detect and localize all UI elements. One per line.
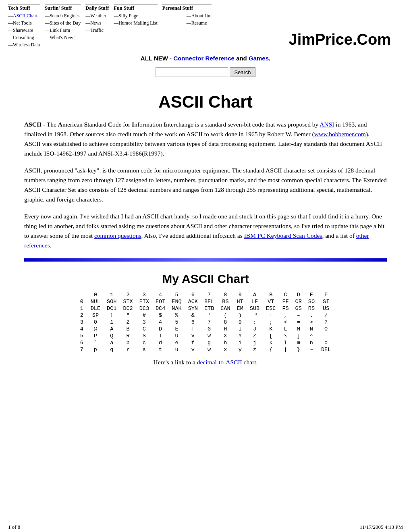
table-cell: Y [234, 332, 247, 339]
nav-item-whatsnew: What's New! [45, 34, 81, 41]
table-cell: ] [292, 332, 305, 339]
col-header: 3 [136, 291, 152, 298]
table-cell: VT [263, 298, 279, 305]
table-cell: CR [292, 298, 305, 305]
nav-item-linkfarm: Link Farm [45, 27, 81, 34]
search-section: Search [0, 64, 411, 81]
table-cell: ` [87, 339, 104, 346]
announcement-bar: ALL NEW - Connector Reference and Games. [0, 51, 411, 64]
table-cell: % [168, 312, 185, 319]
table-cell: E [168, 326, 185, 332]
table-cell: l [279, 339, 292, 346]
table-cell: : [247, 319, 263, 326]
col-header: D [292, 291, 305, 298]
table-cell: . [305, 312, 318, 319]
footer-date-info: 11/17/2005 4:13 PM [360, 524, 403, 530]
table-cell: # [136, 312, 152, 319]
table-cell: Q [104, 332, 120, 339]
table-row: 6`abcdefghijklmno [77, 339, 334, 346]
table-cell: NAK [168, 305, 185, 312]
table-cell: 4 [152, 319, 168, 326]
table-cell: o [318, 339, 334, 346]
nav-item-news: News [85, 19, 109, 27]
table-cell: h [217, 339, 233, 346]
table-cell: 7 [201, 319, 217, 326]
table-cell: @ [87, 326, 104, 332]
table-cell: H [217, 326, 233, 332]
row-header: 1 [77, 305, 87, 312]
table-cell: – [292, 312, 305, 319]
table-cell: ( [217, 312, 233, 319]
table-row: 4@ABCDEFGHIJKLMNO [77, 326, 334, 332]
table-cell: ; [263, 319, 279, 326]
table-row: 30123456789:;<=>? [77, 319, 334, 326]
table-cell: ~ [305, 346, 318, 353]
connector-reference-link[interactable]: Connector Reference [173, 55, 235, 62]
games-link[interactable]: Games [249, 55, 269, 62]
col-header: F [318, 291, 334, 298]
table-cell: EOT [152, 298, 168, 305]
table-row: 0NULSOHSTXETXEOTENQACKBELBSHTLFVTFFCRSOS… [77, 298, 334, 305]
nav-item-traffic: Traffic [85, 27, 109, 34]
table-row: 5PQRSTUVWXYZ[\]^_ [77, 332, 334, 339]
table-cell: C [136, 326, 152, 332]
announcement-text-before: ALL NEW - [141, 55, 173, 62]
nav-header-surfin: Surfin' Stuff [45, 4, 81, 12]
table-cell: c [136, 339, 152, 346]
table-cell: b [120, 339, 136, 346]
ibm-keyboard-link[interactable]: IBM PC Keyboard Scan Codes [244, 232, 322, 239]
nav-item-shareware: Shareware [8, 27, 40, 34]
decimal-ascii-link[interactable]: decimal-to-ASCII [197, 359, 242, 366]
nav-columns: Tech Stuff ASCII Chart Net Tools Sharewa… [8, 4, 212, 48]
table-cell: T [152, 332, 168, 339]
col-header: 8 [217, 291, 233, 298]
nav-col-surfin: Surfin' Stuff Search Engines Sites of th… [45, 4, 81, 48]
table-cell: a [104, 339, 120, 346]
table-cell: 5 [168, 319, 185, 326]
table-cell: SP [87, 312, 104, 319]
table-cell: x [217, 346, 233, 353]
col-header: C [279, 291, 292, 298]
search-button[interactable]: Search [230, 67, 255, 77]
table-cell: s [136, 346, 152, 353]
table-cell: $ [152, 312, 168, 319]
table-cell: 9 [234, 319, 247, 326]
table-cell: ^ [305, 332, 318, 339]
table-cell: r [120, 346, 136, 353]
nav-item-aboutjim: About Jim [187, 12, 212, 19]
table-cell: | [279, 346, 292, 353]
table-cell: u [168, 346, 185, 353]
table-cell: X [217, 332, 233, 339]
nav-item-sites: Sites of the Day [45, 19, 81, 27]
page-title: ASCII Chart [0, 80, 411, 120]
col-header: 2 [120, 291, 136, 298]
table-cell: i [234, 339, 247, 346]
table-cell: I [234, 326, 247, 332]
intro-para3-mid: . Also, I've added additional info,such … [141, 232, 244, 239]
table-cell: } [292, 346, 305, 353]
table-cell: g [201, 339, 217, 346]
table-row: 2SP!"#$%&'() *+,–./ [77, 312, 334, 319]
ansi-link[interactable]: ANSI [320, 121, 334, 128]
table-cell: US [318, 305, 334, 312]
decimal-link-after: chart. [242, 359, 258, 366]
table-cell: > [305, 319, 318, 326]
nav-item-ascii[interactable]: ASCII Chart [8, 12, 40, 19]
bobbemer-link[interactable]: www.bobbemer.com [314, 131, 366, 137]
table-cell: G [201, 326, 217, 332]
table-cell: SI [318, 298, 334, 305]
common-questions-link[interactable]: common questions [94, 232, 141, 239]
search-input[interactable] [156, 67, 228, 77]
table-cell: M [292, 326, 305, 332]
row-header: 4 [77, 326, 87, 332]
nav-item-silly: Silly Page [114, 12, 158, 19]
table-cell: d [152, 339, 168, 346]
table-cell: CAN [217, 305, 233, 312]
intro-para1-text: - The American Standard Code for Informa… [43, 121, 320, 128]
table-cell: FF [279, 298, 292, 305]
row-header: 0 [77, 298, 87, 305]
table-cell: DC3 [136, 305, 152, 312]
table-cell: D [152, 326, 168, 332]
table-cell: 2 [120, 319, 136, 326]
table-cell: S [136, 332, 152, 339]
